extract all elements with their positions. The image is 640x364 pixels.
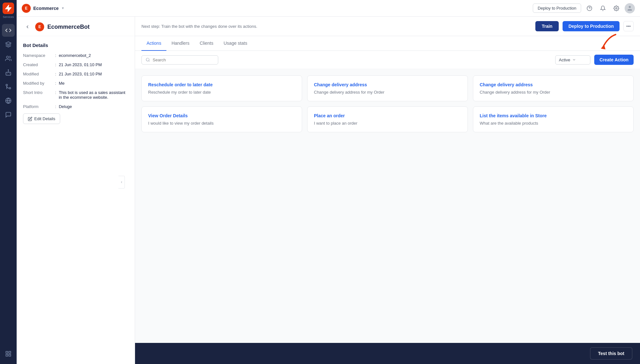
left-panel: E EcommerceBot Bot Details Namespace : e…	[17, 17, 135, 364]
bot-name: EcommerceBot	[47, 24, 90, 30]
search-input[interactable]	[153, 58, 214, 62]
status-label: Active	[559, 58, 570, 62]
detail-colon: :	[55, 72, 56, 76]
sidebar-item-code[interactable]	[2, 24, 15, 37]
svg-point-16	[616, 7, 617, 9]
detail-value: 21 Jun 2023, 01:10 PM	[59, 62, 102, 67]
right-panel: Next step: Train the bot with the change…	[135, 17, 640, 364]
action-card[interactable]: Change delivery address Change delivery …	[307, 75, 468, 101]
bell-icon[interactable]	[598, 3, 608, 13]
action-card[interactable]: Place an order I want to place an order	[307, 106, 468, 132]
svg-rect-11	[9, 352, 11, 353]
detail-colon: :	[55, 104, 56, 109]
help-icon[interactable]	[584, 3, 595, 13]
status-select[interactable]: Active	[555, 55, 590, 65]
detail-label: Short Intro	[23, 90, 55, 100]
detail-value: Me	[59, 81, 65, 86]
create-action-button[interactable]: Create Action	[594, 55, 634, 65]
chevron-down-icon	[572, 58, 576, 62]
bot-details-section: Bot Details Namespace : ecommercebot_2 C…	[17, 36, 135, 130]
sidebar-item-globe[interactable]	[2, 94, 15, 107]
brand-avatar: E	[22, 4, 31, 13]
sidebar-item-grid[interactable]	[2, 347, 15, 360]
next-step-text: Next step: Train the bot with the change…	[141, 24, 532, 29]
app-logo	[3, 3, 14, 14]
svg-point-22	[146, 58, 149, 61]
sidebar-label: Services	[3, 15, 14, 19]
detail-colon: :	[55, 53, 56, 58]
topbar-brand: E Ecommerce ▼	[22, 4, 64, 13]
detail-row: Created : 21 Jun 2023, 01:10 PM	[23, 62, 128, 67]
detail-row: Modified by : Me	[23, 81, 128, 86]
svg-point-19	[628, 26, 629, 27]
action-card-desc: Change delivery address for my Order	[314, 90, 461, 95]
svg-point-18	[627, 26, 627, 27]
edit-details-button[interactable]: Edit Details	[23, 113, 60, 124]
tab-clients[interactable]: Clients	[195, 36, 219, 51]
svg-point-3	[8, 70, 9, 70]
svg-rect-10	[6, 352, 8, 353]
action-card[interactable]: Change delivery address Change delivery …	[473, 75, 634, 101]
sidebar-item-message[interactable]	[2, 108, 15, 121]
svg-point-1	[6, 56, 9, 58]
detail-label: Modified by	[23, 81, 55, 86]
action-card-title: List the items available in Store	[480, 113, 627, 118]
main-area: E Ecommerce ▼ Deploy to Production	[17, 0, 640, 364]
action-card[interactable]: Reschedule order to later date Reschedul…	[141, 75, 302, 101]
action-card-desc: Change delivery address for my Order	[480, 90, 627, 95]
bot-detail-rows: Namespace : ecommercebot_2 Created : 21 …	[23, 53, 128, 109]
filter-bar: Active Create Action	[135, 51, 640, 69]
svg-point-6	[9, 87, 11, 89]
detail-colon: :	[55, 81, 56, 86]
actions-content: Reschedule order to later date Reschedul…	[135, 69, 640, 343]
topbar-deploy-button[interactable]: Deploy to Production	[533, 4, 581, 13]
detail-row: Platform : Deluge	[23, 104, 128, 109]
sidebar-item-git[interactable]	[2, 80, 15, 93]
deploy-production-button[interactable]: Deploy to Production	[563, 21, 620, 31]
svg-rect-13	[9, 354, 11, 356]
sidebar-item-users[interactable]	[2, 52, 15, 65]
svg-marker-0	[6, 42, 11, 44]
svg-point-17	[629, 6, 631, 8]
sidebar-item-layers[interactable]	[2, 38, 15, 51]
back-button[interactable]	[23, 22, 32, 31]
detail-label: Namespace	[23, 53, 55, 58]
test-bot-bar: Test this bot	[135, 343, 640, 364]
tab-actions[interactable]: Actions	[141, 36, 166, 51]
detail-value: 21 Jun 2023, 01:10 PM	[59, 72, 102, 76]
chevron-down-icon[interactable]: ▼	[61, 6, 64, 10]
collapse-panel-toggle[interactable]	[118, 176, 125, 189]
detail-label: Platform	[23, 104, 55, 109]
action-card-desc: I would like to view my order details	[148, 121, 295, 126]
test-bot-button[interactable]: Test this bot	[590, 347, 632, 360]
user-avatar[interactable]	[625, 3, 635, 13]
tab-usage-stats[interactable]: Usage stats	[219, 36, 252, 51]
svg-rect-12	[6, 354, 8, 356]
actions-grid: Reschedule order to later date Reschedul…	[141, 75, 634, 132]
tabs-bar: Actions Handlers Clients Usage stats	[135, 36, 640, 51]
detail-colon: :	[55, 62, 56, 67]
tab-handlers[interactable]: Handlers	[166, 36, 195, 51]
detail-colon: :	[55, 90, 56, 100]
sidebar-item-bots[interactable]	[2, 66, 15, 79]
detail-row: Namespace : ecommercebot_2	[23, 53, 128, 58]
content-wrapper: E EcommerceBot Bot Details Namespace : e…	[17, 17, 640, 364]
gear-icon[interactable]	[611, 3, 621, 13]
action-card-desc: Reschedule my order to later date	[148, 90, 295, 95]
train-button[interactable]: Train	[535, 21, 559, 31]
detail-row: Short Intro : This bot is used as a sale…	[23, 90, 128, 100]
action-card[interactable]: List the items available in Store What a…	[473, 106, 634, 132]
bot-header: E EcommerceBot	[17, 17, 135, 36]
action-card-title: Reschedule order to later date	[148, 82, 295, 87]
detail-value: Deluge	[59, 104, 72, 109]
svg-rect-2	[6, 72, 11, 75]
edit-details-label: Edit Details	[34, 116, 55, 121]
bot-action-bar: Next step: Train the bot with the change…	[135, 17, 640, 36]
more-options-button[interactable]	[623, 21, 634, 31]
action-card-desc: What are the available products	[480, 121, 627, 126]
action-card[interactable]: View Order Details I would like to view …	[141, 106, 302, 132]
detail-row: Modified : 21 Jun 2023, 01:10 PM	[23, 72, 128, 76]
svg-point-20	[630, 26, 630, 27]
search-box	[141, 55, 218, 65]
search-icon	[146, 58, 150, 62]
